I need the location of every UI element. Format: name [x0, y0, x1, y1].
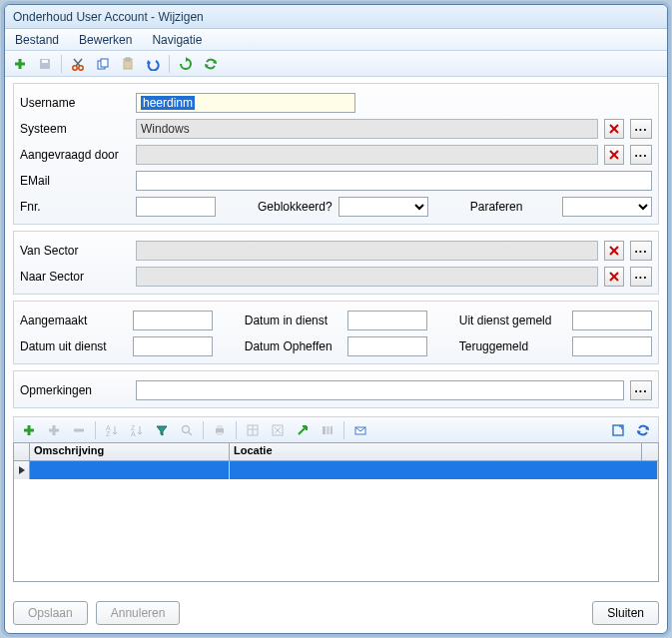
- opmerkingen-expand-button[interactable]: ...: [630, 380, 652, 400]
- van-sector-lookup-button[interactable]: ...: [630, 241, 652, 261]
- goto-icon[interactable]: [292, 419, 314, 441]
- svg-rect-40: [331, 426, 333, 434]
- main-toolbar: [5, 51, 667, 77]
- fnr-field[interactable]: [136, 197, 216, 217]
- copy-icon[interactable]: [92, 53, 114, 75]
- mail-icon[interactable]: [349, 419, 371, 441]
- form-area: Username heerdinm Systeem Windows ... Aa…: [5, 77, 667, 416]
- paraferen-label: Paraferen: [470, 200, 523, 214]
- undo-icon[interactable]: [142, 53, 164, 75]
- datum-in-dienst-field[interactable]: [347, 311, 427, 330]
- panel-dates: Aangemaakt Datum in dienst Uit dienst ge…: [13, 301, 659, 364]
- panel-remarks: Opmerkingen ...: [13, 370, 659, 408]
- opmerkingen-label: Opmerkingen: [20, 383, 130, 397]
- aangevraagd-lookup-button[interactable]: ...: [630, 145, 652, 165]
- grid-insert-icon: [43, 419, 65, 441]
- export-xls-icon: [267, 419, 289, 441]
- grid-col-locatie[interactable]: Locatie: [230, 443, 642, 460]
- grid-header: Omschrijving Locatie: [14, 443, 658, 461]
- separator: [61, 55, 62, 73]
- van-sector-field[interactable]: [136, 241, 598, 261]
- menu-bar: Bestand Bewerken Navigatie: [5, 29, 667, 51]
- grid-add-icon[interactable]: [18, 419, 40, 441]
- datum-uit-dienst-field[interactable]: [133, 336, 213, 356]
- menu-file[interactable]: Bestand: [9, 31, 65, 49]
- columns-icon: [317, 419, 338, 441]
- svg-rect-3: [42, 60, 48, 63]
- cell-locatie[interactable]: [230, 461, 658, 479]
- separator: [236, 421, 237, 439]
- aangevraagd-field[interactable]: [136, 145, 598, 165]
- paste-icon: [117, 53, 139, 75]
- svg-rect-11: [126, 58, 130, 61]
- add-icon[interactable]: [9, 53, 31, 75]
- title-bar: Onderhoud User Account - Wijzigen: [5, 5, 667, 29]
- data-grid[interactable]: Omschrijving Locatie: [13, 442, 659, 582]
- svg-line-30: [189, 432, 192, 435]
- username-value: heerdinm: [141, 96, 195, 110]
- datum-opheffen-label: Datum Opheffen: [245, 339, 342, 353]
- systeem-label: Systeem: [20, 122, 130, 136]
- aangevraagd-label: Aangevraagd door: [20, 148, 130, 162]
- systeem-clear-button[interactable]: [604, 119, 624, 139]
- refresh-icon[interactable]: [175, 53, 197, 75]
- svg-text:A: A: [131, 430, 136, 437]
- svg-rect-38: [323, 426, 326, 434]
- close-button[interactable]: Sluiten: [592, 601, 659, 625]
- email-field[interactable]: [136, 171, 652, 191]
- maximize-icon[interactable]: [607, 419, 629, 441]
- uit-dienst-gemeld-label: Uit dienst gemeld: [459, 314, 566, 327]
- username-field[interactable]: heerdinm: [136, 93, 355, 113]
- teruggemeld-field[interactable]: [572, 336, 652, 356]
- cut-icon[interactable]: [67, 53, 89, 75]
- separator: [343, 421, 344, 439]
- van-sector-label: Van Sector: [20, 244, 130, 258]
- van-sector-clear-button[interactable]: [604, 241, 624, 261]
- print-icon: [209, 419, 231, 441]
- grid-col-omschrijving[interactable]: Omschrijving: [30, 443, 230, 460]
- opmerkingen-field[interactable]: [136, 380, 624, 400]
- svg-point-29: [183, 425, 190, 432]
- datum-opheffen-field[interactable]: [347, 336, 427, 356]
- geblokkeerd-label: Geblokkeerd?: [258, 200, 333, 214]
- find-icon: [176, 419, 198, 441]
- save-button: Opslaan: [13, 601, 88, 625]
- paraferen-combo[interactable]: [562, 197, 652, 217]
- aangemaakt-field[interactable]: [133, 311, 213, 330]
- geblokkeerd-combo[interactable]: [338, 197, 428, 217]
- separator: [203, 421, 204, 439]
- export-csv-icon: [242, 419, 264, 441]
- panel-identity: Username heerdinm Systeem Windows ... Aa…: [13, 83, 659, 225]
- uit-dienst-gemeld-field[interactable]: [572, 311, 652, 330]
- systeem-lookup-button[interactable]: ...: [630, 119, 652, 139]
- naar-sector-clear-button[interactable]: [604, 267, 624, 287]
- menu-nav[interactable]: Navigatie: [146, 31, 208, 49]
- grid-body[interactable]: [14, 461, 658, 581]
- svg-rect-32: [217, 425, 223, 428]
- row-indicator-icon: [14, 461, 30, 479]
- panel-sector: Van Sector ... Naar Sector ...: [13, 231, 659, 295]
- grid-corner: [14, 443, 30, 460]
- save-icon: [34, 53, 56, 75]
- cell-omschrijving[interactable]: [30, 461, 230, 479]
- menu-edit[interactable]: Bewerken: [73, 31, 138, 49]
- separator: [169, 55, 170, 73]
- window-title: Onderhoud User Account - Wijzigen: [13, 10, 204, 24]
- naar-sector-label: Naar Sector: [20, 270, 130, 284]
- aangevraagd-clear-button[interactable]: [604, 145, 624, 165]
- sort-desc-icon: ZA: [126, 419, 148, 441]
- naar-sector-field[interactable]: [136, 267, 598, 287]
- datum-uit-dienst-label: Datum uit dienst: [20, 339, 127, 353]
- systeem-field[interactable]: Windows: [136, 119, 598, 139]
- app-window: Onderhoud User Account - Wijzigen Bestan…: [4, 4, 668, 634]
- grid-row[interactable]: [14, 461, 658, 479]
- naar-sector-lookup-button[interactable]: ...: [630, 267, 652, 287]
- svg-rect-9: [101, 59, 108, 67]
- separator: [95, 421, 96, 439]
- bottom-bar: Opslaan Annuleren Sluiten: [5, 582, 667, 633]
- filter-icon[interactable]: [151, 419, 173, 441]
- svg-rect-39: [327, 426, 330, 434]
- reload-icon[interactable]: [632, 419, 654, 441]
- cancel-button: Annuleren: [96, 601, 181, 625]
- sync-icon[interactable]: [200, 53, 222, 75]
